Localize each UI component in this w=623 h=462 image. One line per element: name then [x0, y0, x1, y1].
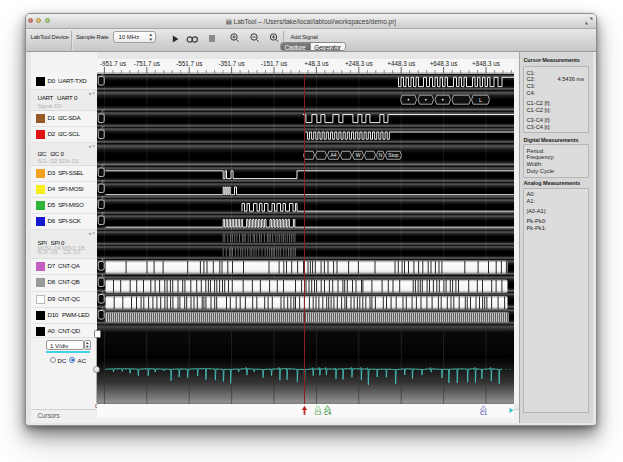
- svg-text:C3: C3: [314, 410, 321, 416]
- svg-text:-551.7 us: -551.7 us: [176, 59, 202, 66]
- svg-text:+848.3 us: +848.3 us: [472, 59, 500, 66]
- svg-text:C1: C1: [480, 410, 487, 416]
- svg-text:+648.3 us: +648.3 us: [430, 59, 458, 66]
- svg-text:A4: A4: [330, 152, 336, 158]
- svg-text:W: W: [356, 152, 361, 158]
- svg-text:-951.7 us: -951.7 us: [100, 59, 126, 66]
- svg-text:+48.3 us: +48.3 us: [304, 59, 328, 66]
- svg-text:L: L: [479, 96, 482, 102]
- svg-text:-151.7 us: -151.7 us: [261, 59, 287, 66]
- svg-text:+448.3 us: +448.3 us: [387, 59, 415, 66]
- svg-text:-751.7 us: -751.7 us: [134, 59, 160, 66]
- svg-text:-351.7 us: -351.7 us: [218, 59, 244, 66]
- svg-text:+248.3 us: +248.3 us: [345, 59, 373, 66]
- svg-text:C4: C4: [324, 410, 332, 416]
- svg-text:Stop: Stop: [388, 152, 399, 158]
- svg-text:N: N: [379, 152, 383, 158]
